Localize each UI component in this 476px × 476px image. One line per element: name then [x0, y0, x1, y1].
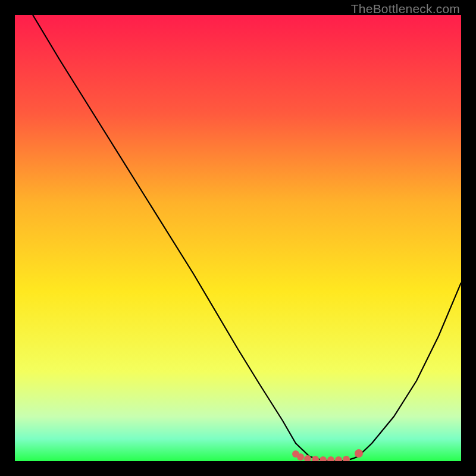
curve-layer: [15, 15, 461, 461]
watermark-text: TheBottleneck.com: [351, 2, 460, 16]
svg-point-6: [327, 456, 334, 461]
plot-area: [15, 15, 461, 461]
main-curve: [33, 15, 461, 461]
svg-point-8: [343, 456, 350, 461]
svg-point-5: [320, 456, 327, 461]
svg-point-9: [355, 449, 363, 458]
svg-point-7: [335, 456, 342, 461]
svg-point-4: [312, 456, 319, 461]
svg-point-2: [297, 453, 304, 461]
chart-container: TheBottleneck.com: [0, 0, 476, 476]
